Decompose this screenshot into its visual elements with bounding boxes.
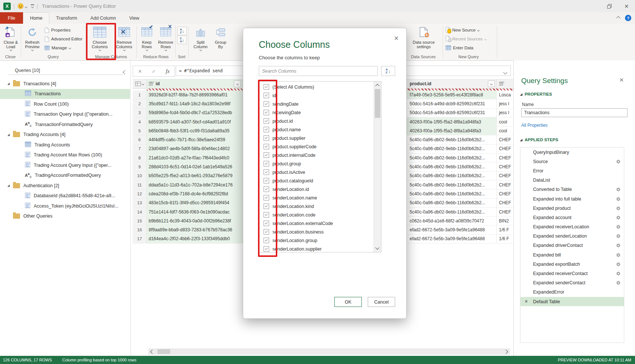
query-tree-item[interactable]: ◢ ABC Transactions [4] bbox=[0, 79, 130, 89]
tab-add-column[interactable]: Add Column bbox=[84, 13, 123, 24]
applied-step[interactable]: ✕ Expanded exportBatch bbox=[520, 259, 624, 269]
step-settings-gear-icon[interactable] bbox=[616, 271, 621, 276]
applied-step[interactable]: ✕ Expanded receiverContact bbox=[520, 269, 624, 278]
checkbox-checked-icon[interactable] bbox=[264, 110, 269, 115]
product-id-cell[interactable]: 5c40c-0a96-db02-9ebb-116d0b62b2... bbox=[393, 145, 497, 153]
checkbox-checked-icon[interactable] bbox=[264, 169, 269, 175]
checkbox-checked-icon[interactable] bbox=[264, 118, 269, 124]
partial-cell[interactable]: Losca bbox=[497, 90, 513, 99]
filter-button[interactable] bbox=[488, 80, 495, 87]
product-id-cell[interactable]: 5c40c-0a96-db02-9ebb-116d0b62b2... bbox=[393, 135, 497, 144]
collapse-queries-panel-icon[interactable] bbox=[123, 70, 126, 75]
id-cell[interactable]: 35cd9d17-fd11-14a9-18c2-8a1803e2e98f bbox=[147, 99, 243, 108]
product-id-cell[interactable]: efad2-6672-5e5b-3a09-9e5fe1a96488 bbox=[393, 235, 497, 243]
id-cell[interactable]: b65b0848-fbb3-53f1-cc99-f31da6a89a35 bbox=[147, 126, 243, 135]
smiley-feedback-icon[interactable] bbox=[17, 3, 24, 9]
applied-step[interactable]: ✕ Source bbox=[520, 157, 624, 166]
query-tree-item[interactable]: ◢ ABC DatabaseId (6a2d8841-55d8-421e-a9.… bbox=[0, 191, 130, 201]
collapse-ribbon-icon[interactable] bbox=[617, 16, 620, 21]
applied-step[interactable]: ✕ Expanded driverContact bbox=[520, 241, 624, 250]
checkbox-checked-icon[interactable] bbox=[264, 212, 269, 218]
checkbox-checked-icon[interactable] bbox=[264, 101, 269, 107]
row-number-cell[interactable]: 3 bbox=[133, 109, 147, 117]
row-number-cell[interactable]: 17 bbox=[133, 235, 147, 243]
cancel-formula-icon[interactable]: ✕ bbox=[138, 69, 142, 74]
query-tree-item[interactable]: ◢ ABC TradingAccountFormattedQuery bbox=[0, 171, 130, 181]
row-number-cell[interactable]: 16 bbox=[133, 225, 147, 234]
column-checkbox-row[interactable]: product.internalCode bbox=[259, 151, 381, 159]
remove-rows-button[interactable]: ✕ Remove Rows bbox=[156, 25, 175, 51]
horizontal-scrollbar[interactable] bbox=[148, 348, 510, 355]
product-id-cell[interactable]: c062c-b45d-a1e8-68f2-a08f39c70472 bbox=[393, 216, 497, 225]
row-number-cell[interactable]: 13 bbox=[133, 199, 147, 207]
applied-step[interactable]: ✕ Default Table bbox=[520, 297, 624, 306]
id-cell[interactable]: 39326d3f-b2f7-f88a-7b2f-86993966af01 bbox=[147, 90, 243, 99]
row-number-cell[interactable]: 15 bbox=[133, 216, 147, 225]
query-tree-item[interactable]: ◢ ABC Row Count (100) bbox=[0, 99, 130, 109]
partial-cell[interactable]: cool bbox=[497, 118, 513, 126]
split-column-button[interactable]: Split Column bbox=[191, 25, 211, 51]
product-id-cell[interactable]: 5c40c-0a96-db02-9ebb-116d0b62b2... bbox=[393, 172, 497, 180]
tab-view[interactable]: View bbox=[123, 13, 146, 24]
step-settings-gear-icon[interactable] bbox=[616, 225, 621, 229]
step-settings-gear-icon[interactable] bbox=[616, 159, 621, 164]
row-number-cell[interactable]: 2 bbox=[133, 99, 147, 108]
column-checkbox-row[interactable]: product.isActive bbox=[259, 168, 381, 176]
id-cell[interactable]: ddaa5a1c-11d3-6a1c-702a-b8e7294ce176 bbox=[147, 181, 243, 189]
query-tree-item[interactable]: ◢ ABC Trading Account Max Rows (100) bbox=[0, 150, 130, 161]
delete-step-icon[interactable]: ✕ bbox=[525, 299, 528, 304]
partial-cell[interactable]: jess l bbox=[497, 99, 513, 108]
checkbox-checked-icon[interactable] bbox=[264, 135, 269, 141]
manage-button[interactable]: Manage bbox=[44, 44, 71, 52]
applied-step[interactable]: ✕ DataList bbox=[520, 176, 624, 185]
query-tree-item[interactable]: ◢ ABC Trading Accounts bbox=[0, 140, 130, 150]
tab-transform[interactable]: Transform bbox=[49, 13, 84, 24]
partial-cell[interactable]: BIN2 bbox=[497, 216, 513, 225]
column-checkbox-row[interactable]: sendingDate bbox=[259, 100, 381, 108]
row-number-cell[interactable]: 9 bbox=[133, 162, 147, 171]
row-number-cell[interactable]: 5 bbox=[133, 126, 147, 135]
step-settings-gear-icon[interactable] bbox=[616, 262, 621, 267]
new-source-button[interactable]: New Source bbox=[446, 26, 479, 34]
step-settings-gear-icon[interactable] bbox=[616, 243, 621, 248]
advanced-editor-button[interactable]: Advanced Editor bbox=[44, 35, 82, 43]
expand-arrow-icon[interactable]: ◢ bbox=[7, 133, 13, 136]
column-header-id[interactable]: ABC123 id bbox=[147, 79, 243, 89]
remove-columns-button[interactable]: ✕ Remove Columns bbox=[113, 25, 135, 51]
properties-button[interactable]: Properties bbox=[44, 26, 70, 34]
data-source-settings-button[interactable]: Data source settings bbox=[408, 25, 440, 49]
checkbox-checked-icon[interactable] bbox=[264, 203, 269, 209]
partial-cell[interactable]: CHEF bbox=[497, 145, 513, 153]
row-number-cell[interactable]: 12 bbox=[133, 189, 147, 198]
step-settings-gear-icon[interactable] bbox=[616, 253, 621, 257]
sort-columns-button[interactable]: AZ↓ bbox=[381, 66, 395, 76]
refresh-preview-button[interactable]: Refresh Preview bbox=[22, 25, 42, 51]
query-tree-item[interactable]: ◢ ABC Other Queries bbox=[0, 211, 130, 222]
tab-file[interactable]: File bbox=[0, 12, 23, 24]
close-dialog-icon[interactable]: ✕ bbox=[394, 35, 399, 42]
enter-data-button[interactable]: Enter Data bbox=[446, 44, 473, 52]
expand-formula-bar-icon[interactable] bbox=[504, 70, 507, 75]
partial-cell[interactable]: CHEF bbox=[497, 153, 513, 162]
id-cell[interactable]: 23d04897-ae4b-5d0f-58fa-80ef4ec14802 bbox=[147, 145, 243, 153]
column-checkbox-row[interactable]: receivingDate bbox=[259, 108, 381, 117]
panel-splitter[interactable] bbox=[130, 60, 131, 356]
partial-cell[interactable]: CHEF bbox=[497, 172, 513, 180]
commit-formula-icon[interactable]: ✓ bbox=[152, 69, 156, 74]
checkbox-checked-icon[interactable] bbox=[264, 84, 269, 90]
column-checkbox-row[interactable]: senderLocation.id bbox=[259, 185, 381, 193]
column-checkbox-row[interactable]: (Select All Columns) bbox=[259, 83, 381, 91]
product-id-cell[interactable]: 5c40c-0a96-db02-9ebb-116d0b62b2... bbox=[393, 181, 497, 189]
applied-step[interactable]: ✕ Expanded senderContact bbox=[520, 278, 624, 288]
column-checkbox-row[interactable]: senderLocation.kind bbox=[259, 202, 381, 211]
row-number-cell[interactable]: 1 bbox=[133, 90, 147, 99]
horizontal-scrollbar-thumb[interactable] bbox=[158, 349, 170, 354]
expand-arrow-icon[interactable]: ◢ bbox=[7, 184, 13, 187]
product-id-cell[interactable]: f7a49-05e3-5258-5e95-ec43f28f8ac8 bbox=[393, 90, 497, 99]
checkbox-checked-icon[interactable] bbox=[264, 238, 269, 243]
row-number-cell[interactable]: 11 bbox=[133, 181, 147, 189]
profiling-info[interactable]: Column profiling based on top 1000 rows bbox=[62, 358, 136, 362]
partial-cell[interactable]: CHEF bbox=[497, 189, 513, 198]
help-icon[interactable]: ? bbox=[625, 15, 631, 21]
column-header-partial[interactable]: ABC123 bbox=[497, 79, 513, 89]
